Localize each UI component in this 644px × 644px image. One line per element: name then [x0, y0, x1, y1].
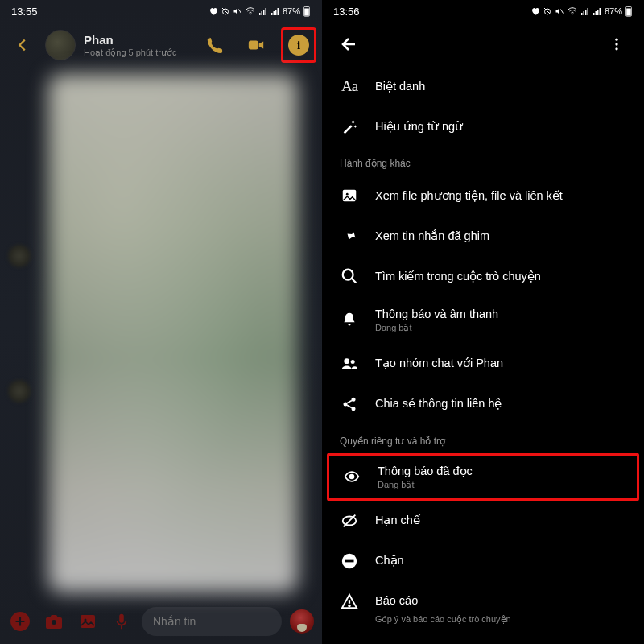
mushroom-icon	[290, 609, 314, 634]
svg-rect-17	[80, 615, 95, 628]
svg-rect-12	[304, 9, 309, 16]
contact-name: Phan	[84, 33, 189, 47]
signal-icon	[258, 6, 268, 16]
row-label: Xem file phương tiện, file và liên kết	[375, 188, 563, 204]
heart-icon	[530, 6, 540, 16]
svg-rect-9	[275, 10, 277, 15]
signal-icon-2	[270, 6, 280, 16]
row-label: Hiệu ứng từ ngữ	[375, 119, 463, 134]
row-search[interactable]: Tìm kiếm trong cuộc trò chuyện	[322, 256, 644, 296]
video-icon	[246, 36, 266, 54]
heart-icon	[208, 6, 218, 16]
svg-line-1	[238, 10, 241, 14]
call-button[interactable]	[197, 28, 231, 62]
row-label: Biệt danh	[375, 79, 425, 94]
row-label: Tìm kiếm trong cuộc trò chuyện	[375, 269, 541, 284]
svg-point-34	[615, 39, 617, 41]
phone-icon	[205, 36, 223, 54]
sticker-button[interactable]	[288, 608, 316, 635]
row-label: Tạo nhóm chat với Phan	[375, 356, 503, 371]
back-button[interactable]	[333, 28, 365, 60]
video-call-button[interactable]	[239, 28, 273, 62]
image-icon	[78, 612, 97, 631]
svg-rect-7	[271, 13, 273, 15]
restrict-icon	[340, 511, 359, 530]
contact-activity: Hoạt động 5 phút trước	[84, 47, 189, 58]
svg-rect-27	[593, 13, 595, 15]
row-word-effects[interactable]: Hiệu ứng từ ngữ	[322, 106, 644, 147]
info-button-highlight: i	[281, 27, 316, 63]
row-pinned[interactable]: Xem tin nhắn đã ghim	[322, 216, 644, 256]
avatar[interactable]	[45, 30, 76, 60]
clock: 13:55	[11, 6, 38, 18]
row-share-contact[interactable]: Chia sẻ thông tin liên hệ	[322, 384, 644, 424]
svg-point-49	[349, 605, 350, 606]
battery-icon	[303, 6, 311, 17]
mute-icon	[555, 6, 564, 16]
more-options-button[interactable]	[601, 28, 633, 60]
row-restrict[interactable]: Hạn chế	[322, 501, 644, 541]
contact-name-block[interactable]: Phan Hoạt động 5 phút trước	[84, 33, 189, 58]
arrow-left-icon	[14, 36, 31, 54]
message-input[interactable]: Nhắn tin	[142, 607, 282, 636]
row-nickname[interactable]: Aa Biệt danh	[322, 66, 644, 106]
status-indicators: 87%	[208, 6, 311, 17]
svg-line-21	[560, 10, 563, 14]
back-button[interactable]	[8, 31, 37, 60]
svg-rect-26	[587, 8, 588, 15]
more-button[interactable]	[6, 608, 34, 635]
bell-icon	[340, 310, 359, 329]
svg-point-43	[344, 402, 348, 406]
share-icon	[340, 394, 359, 414]
row-label: Chia sẻ thông tin liên hệ	[375, 396, 502, 411]
chat-screen: 13:55 87% Phan Hoạt động 5 phút trước	[0, 0, 322, 644]
image-icon	[340, 186, 359, 205]
row-label: Thông báo và âm thanh	[375, 307, 498, 322]
sparkle-wand-icon	[340, 117, 359, 136]
settings-list[interactable]: Aa Biệt danh Hiệu ứng từ ngữ Hành động k…	[322, 66, 644, 644]
avatar	[8, 380, 31, 402]
row-read-receipts[interactable]: Thông báo đã đọc Đang bật	[327, 453, 639, 501]
wifi-icon	[567, 6, 578, 16]
svg-rect-24	[583, 11, 584, 15]
svg-point-45	[350, 475, 354, 479]
status-bar: 13:56 87%	[322, 0, 644, 23]
camera-button[interactable]	[40, 608, 68, 635]
row-notifications[interactable]: Thông báo và âm thanh Đang bật	[322, 296, 644, 344]
svg-rect-23	[581, 13, 583, 15]
row-block[interactable]: Chặn	[322, 541, 644, 581]
section-privacy: Quyền riêng tư và hỗ trợ	[322, 424, 644, 453]
warning-icon	[340, 592, 359, 611]
arrow-left-icon	[340, 35, 359, 54]
status-indicators: 87%	[530, 6, 633, 17]
status-bar: 13:55 87%	[0, 0, 322, 23]
section-other-actions: Hành động khác	[322, 147, 644, 175]
alarm-off-icon	[543, 6, 552, 16]
chat-header: Phan Hoạt động 5 phút trước i	[0, 23, 322, 68]
svg-point-42	[352, 398, 356, 402]
svg-rect-14	[249, 41, 258, 50]
svg-rect-4	[261, 11, 262, 15]
row-label: Chặn	[375, 553, 404, 568]
svg-point-16	[52, 620, 56, 625]
row-media[interactable]: Xem file phương tiện, file và liên kết	[322, 175, 644, 216]
info-button[interactable]: i	[285, 31, 312, 59]
row-report[interactable]: Báo cáo	[322, 581, 644, 613]
svg-rect-6	[265, 8, 266, 15]
battery-pct: 87%	[283, 6, 300, 16]
svg-point-22	[572, 14, 572, 14]
svg-point-36	[615, 47, 617, 50]
more-vert-icon	[609, 36, 625, 52]
row-label: Xem tin nhắn đã ghim	[375, 229, 489, 244]
eye-icon	[342, 467, 361, 486]
svg-rect-33	[628, 6, 630, 6]
search-icon	[340, 266, 359, 286]
svg-point-44	[352, 407, 356, 411]
row-create-group[interactable]: Tạo nhóm chat với Phan	[322, 344, 644, 384]
gallery-button[interactable]	[74, 608, 101, 635]
camera-icon	[44, 612, 64, 631]
svg-rect-8	[273, 11, 275, 15]
row-sub: Đang bật	[378, 480, 473, 490]
voice-button[interactable]	[108, 608, 135, 635]
settings-header	[322, 23, 644, 66]
